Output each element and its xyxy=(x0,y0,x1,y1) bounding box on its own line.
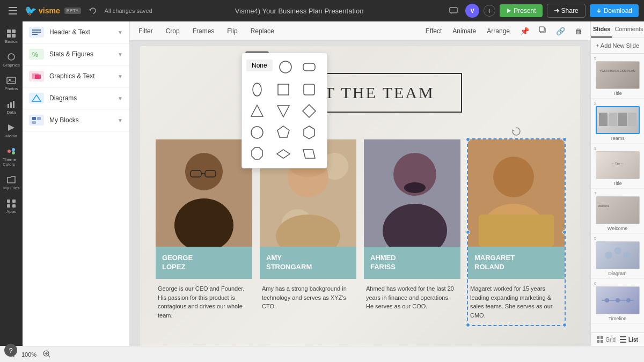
topbar-left: 🐦 visme BETA All changes saved xyxy=(5,3,152,18)
shape-wide-diamond[interactable] xyxy=(273,144,294,164)
panel-header-diagrams[interactable]: Diagrams ▼ xyxy=(23,87,129,109)
frames-button[interactable]: Frames xyxy=(189,26,218,36)
sidebar-item-data[interactable]: Data xyxy=(2,97,21,118)
svg-rect-69 xyxy=(479,215,554,247)
svg-rect-80 xyxy=(601,340,603,343)
shape-none-button[interactable]: None xyxy=(246,60,273,71)
svg-rect-34 xyxy=(539,27,544,32)
shape-rounded-rect[interactable] xyxy=(298,57,320,77)
logo-text: visme xyxy=(39,6,60,15)
share-button[interactable]: Share xyxy=(547,4,586,18)
sidebar-item-graphics[interactable]: Graphics xyxy=(2,49,21,71)
svg-rect-31 xyxy=(37,117,41,120)
slide-preview-4: Welcome xyxy=(596,196,640,224)
shape-rect-outline[interactable] xyxy=(273,80,294,99)
canvas-scroll-area[interactable]: MEET THE TEAM xyxy=(130,41,590,346)
shape-diamond[interactable] xyxy=(298,101,320,121)
zoom-in-icon[interactable] xyxy=(41,349,53,360)
team-card-margaret[interactable]: MARGARETROLAND Magaret worked for 15 yea… xyxy=(468,139,565,325)
flip-button[interactable]: Flip xyxy=(224,26,240,36)
animate-button[interactable]: Animate xyxy=(449,26,479,36)
shape-triangle-up[interactable] xyxy=(246,101,268,121)
delete-icon[interactable]: 🗑 xyxy=(572,25,585,37)
filter-button[interactable]: Filter xyxy=(135,26,156,36)
slide-thumb-5[interactable]: 5 Diagram xyxy=(591,234,644,279)
grid-view-button[interactable]: Grid xyxy=(597,336,616,343)
ahmed-name: AHMEDFARISS xyxy=(364,247,460,279)
stats-icon: % xyxy=(29,49,44,60)
canvas[interactable]: MEET THE TEAM xyxy=(140,46,580,346)
panel-header-my-blocks[interactable]: My Blocks ▼ xyxy=(23,109,129,131)
svg-rect-3 xyxy=(450,8,457,13)
shape-triangle-down[interactable] xyxy=(273,101,294,121)
rotate-icon[interactable] xyxy=(511,127,521,138)
sidebar-item-photos[interactable]: Photos xyxy=(2,73,21,94)
avatar[interactable]: V xyxy=(465,4,479,18)
replace-button[interactable]: Replace xyxy=(247,26,277,36)
theme-label: Theme Colors xyxy=(3,157,20,167)
toolbar: Filter Crop Frames Flip Replace Effect A… xyxy=(130,21,590,41)
canvas-wrapper[interactable]: Filter Crop Frames Flip Replace Effect A… xyxy=(130,21,590,346)
shape-circle[interactable] xyxy=(275,57,296,77)
undo-icon[interactable] xyxy=(85,3,100,18)
panel-header-stats[interactable]: % Stats & Figures ▼ xyxy=(23,43,129,65)
sidebar-item-apps[interactable]: Apps xyxy=(2,196,21,217)
handle-tr xyxy=(562,137,567,142)
svg-marker-45 xyxy=(304,126,314,139)
slide-thumb-6[interactable]: 6 Timeline xyxy=(591,279,644,324)
sidebar-item-media[interactable]: Media xyxy=(2,120,21,142)
team-card-george[interactable]: GEORGELOPEZ George is our CEO and Founde… xyxy=(156,139,252,325)
shape-circle2[interactable] xyxy=(246,123,268,142)
ahmed-photo xyxy=(364,139,460,247)
svg-rect-7 xyxy=(7,34,11,38)
shape-pentagon[interactable] xyxy=(273,123,294,142)
team-card-ahmed[interactable]: AHMEDFARISS Ahmed has worked for the las… xyxy=(364,139,460,325)
right-panel: Slides Comments + Add New Slide 5 YOUR B… xyxy=(590,21,644,346)
arrange-button[interactable]: Arrange xyxy=(484,26,513,36)
crop-button[interactable]: Crop xyxy=(163,26,183,36)
add-collaborator-icon[interactable]: + xyxy=(484,5,495,17)
svg-marker-40 xyxy=(251,105,263,116)
present-button[interactable]: Present xyxy=(500,4,542,17)
my-blocks-chevron: ▼ xyxy=(118,117,123,123)
shape-hexagon[interactable] xyxy=(298,123,320,142)
shape-octagon[interactable] xyxy=(246,144,268,164)
slide-thumb-3[interactable]: 3 — Title — Title xyxy=(591,144,644,189)
shape-ellipse-v[interactable] xyxy=(246,80,268,99)
sidebar-item-theme[interactable]: Theme Colors xyxy=(2,144,21,170)
sidebar-item-myfiles[interactable]: My Files xyxy=(2,172,21,194)
graphics-text-label: Graphics & Text xyxy=(49,72,112,80)
sidebar-item-basics[interactable]: Basics xyxy=(2,26,21,47)
svg-rect-2 xyxy=(9,13,17,14)
svg-point-70 xyxy=(605,252,612,258)
slide-thumb-1[interactable]: 5 YOUR BUSINESS PLAN Title xyxy=(591,54,644,99)
svg-rect-36 xyxy=(303,63,315,71)
svg-rect-21 xyxy=(7,204,10,208)
effect-button[interactable]: Effect xyxy=(422,26,445,36)
shape-rounded-rect2[interactable] xyxy=(298,80,320,99)
svg-point-72 xyxy=(623,252,630,258)
svg-point-71 xyxy=(614,247,621,254)
help-button[interactable]: ? xyxy=(4,344,17,357)
link-icon[interactable]: 🔗 xyxy=(553,25,568,37)
download-button[interactable]: Download xyxy=(590,4,639,17)
slide-thumb-4[interactable]: 7 Welcome Welcome xyxy=(591,189,644,234)
panel-header-graphics[interactable]: Graphics & Text ▼ xyxy=(23,65,129,87)
svg-rect-83 xyxy=(620,342,626,343)
panel-header-header-text[interactable]: Header & Text ▼ xyxy=(23,21,129,43)
copy-icon[interactable] xyxy=(536,25,549,37)
add-slide-button[interactable]: + Add New Slide xyxy=(591,38,644,54)
slides-list: 5 YOUR BUSINESS PLAN Title 2 Teams xyxy=(591,54,644,333)
pin-icon[interactable]: 📌 xyxy=(517,25,532,37)
menu-icon[interactable] xyxy=(5,3,20,18)
shape-dropdown[interactable]: None xyxy=(241,53,327,168)
svg-rect-30 xyxy=(32,117,36,120)
slide-thumb-2[interactable]: 2 Teams xyxy=(591,99,644,144)
panel-section-stats: % Stats & Figures ▼ xyxy=(23,43,129,65)
shape-parallelogram[interactable] xyxy=(298,144,320,164)
list-view-button[interactable]: List xyxy=(620,336,638,343)
tab-comments[interactable]: Comments xyxy=(612,21,644,38)
chat-icon[interactable] xyxy=(446,3,461,18)
tab-slides[interactable]: Slides xyxy=(591,21,612,38)
svg-point-67 xyxy=(493,157,534,197)
